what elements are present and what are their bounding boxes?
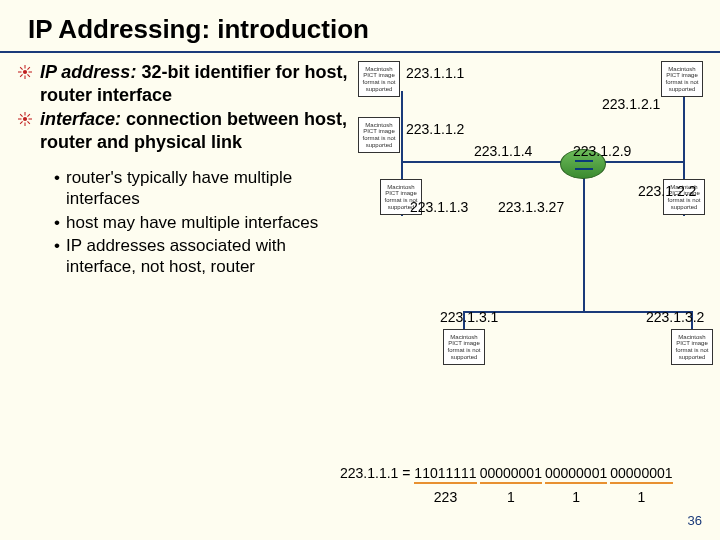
binary-octet: 11011111223 [414, 465, 476, 484]
sub-bullet: •router's typically have multiple interf… [54, 167, 348, 210]
slide-title: IP Addressing: introduction [0, 0, 720, 53]
svg-line-6 [27, 74, 29, 76]
host-icon: Macintosh PICT image format is not suppo… [671, 329, 713, 365]
content-area: IP address: 32-bit identifier for host, … [0, 53, 720, 441]
sub-bullet: •host may have multiple interfaces [54, 212, 348, 233]
sub-bullet: •IP addresses associated with interface,… [54, 235, 348, 278]
host-icon: Macintosh PICT image format is not suppo… [443, 329, 485, 365]
ip-label: 223.1.2.1 [602, 96, 660, 112]
sunburst-icon [18, 112, 32, 126]
host-icon: Macintosh PICT image format is not suppo… [358, 117, 400, 153]
bullet-2-text: interface: connection between host, rout… [40, 108, 348, 153]
ip-label: 223.1.1.3 [410, 199, 468, 215]
ip-label: 223.1.2.9 [573, 143, 631, 159]
svg-line-7 [27, 67, 29, 69]
svg-line-15 [27, 121, 29, 123]
svg-line-16 [27, 114, 29, 116]
host-icon: Macintosh PICT image format is not suppo… [358, 61, 400, 97]
binary-octet: 000000011 [480, 465, 542, 484]
host-icon: Macintosh PICT image format is not suppo… [661, 61, 703, 97]
ip-label: 223.1.1.2 [406, 121, 464, 137]
binary-breakdown: 223.1.1.1 = 1101111122300000001100000001… [340, 465, 676, 484]
ip-label: 223.1.3.1 [440, 309, 498, 325]
binary-octet: 000000011 [610, 465, 672, 484]
svg-line-17 [20, 121, 22, 123]
svg-point-0 [23, 70, 27, 74]
svg-line-5 [20, 67, 22, 69]
ip-label: 223.1.1.4 [474, 143, 532, 159]
bullet-1: IP address: 32-bit identifier for host, … [18, 61, 348, 106]
sunburst-icon [18, 65, 32, 79]
page-number: 36 [688, 513, 702, 528]
binary-prefix: 223.1.1.1 = [340, 465, 414, 481]
network-link [594, 161, 684, 163]
left-column: IP address: 32-bit identifier for host, … [18, 61, 348, 441]
bullet-2: interface: connection between host, rout… [18, 108, 348, 153]
svg-line-14 [20, 114, 22, 116]
ip-label: 223.1.3.27 [498, 199, 564, 215]
network-diagram: Macintosh PICT image format is not suppo… [348, 61, 708, 441]
network-link [401, 161, 571, 163]
sub-bullet-list: •router's typically have multiple interf… [18, 155, 348, 277]
bullet-1-text: IP address: 32-bit identifier for host, … [40, 61, 348, 106]
ip-label: 223.1.3.2 [646, 309, 704, 325]
svg-point-9 [23, 117, 27, 121]
network-link [583, 176, 585, 311]
binary-octet: 000000011 [545, 465, 607, 484]
ip-label: 223.1.2.2 [638, 183, 696, 199]
svg-line-8 [20, 74, 22, 76]
ip-label: 223.1.1.1 [406, 65, 464, 81]
